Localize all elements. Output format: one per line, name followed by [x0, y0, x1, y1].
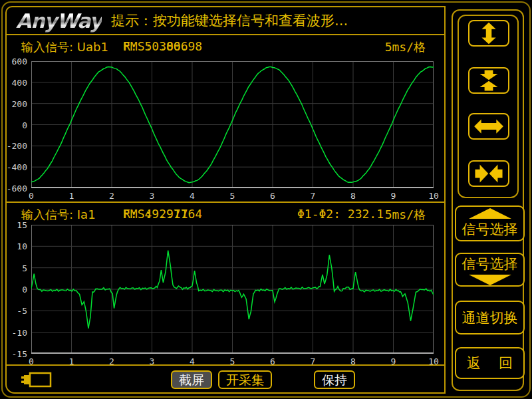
- voltage-plot: [31, 61, 434, 188]
- compress-vertical-icon: [473, 69, 505, 92]
- hint-text: 提示：按功能键选择信号和查看波形...: [111, 11, 348, 30]
- x-tick-label: 2: [103, 356, 120, 366]
- x-tick-label: 10: [425, 356, 442, 366]
- bottom-toolbar: 截屏 开采集 保持: [7, 366, 444, 392]
- battery-icon: [21, 371, 55, 388]
- voltage-chart-panel: 输入信号: Uab1 RMS: 386.98 F: 50.006 5ms/格 6…: [7, 35, 444, 203]
- y-tick-label: 15: [1, 220, 27, 230]
- y-tick-label: -5: [1, 306, 27, 316]
- signal-select-down-button[interactable]: 信号选择: [455, 253, 525, 287]
- x-tick-label: 5: [224, 191, 241, 201]
- current-chart-panel: 输入信号: Ia1 RMS: 2.1164 F: 49.977 Φ1-Φ2: 2…: [7, 203, 444, 366]
- content-frame: AnyWay 提示：按功能键选择信号和查看波形... 输入信号: Uab1 RM…: [5, 6, 446, 394]
- expand-horizontal-icon: [473, 115, 505, 138]
- voltage-freq: F: 50.006: [123, 39, 188, 53]
- triangle-up-icon: [469, 208, 511, 219]
- voltage-timebase: 5ms/格: [385, 39, 426, 55]
- x-tick-label: 9: [385, 356, 402, 366]
- x-tick-label: 1: [63, 356, 80, 366]
- x-tick-label: 5: [224, 356, 241, 366]
- voltage-signal-label: 输入信号: Uab1: [21, 39, 108, 55]
- triangle-down-icon: [469, 275, 511, 285]
- x-tick-label: 0: [23, 356, 40, 366]
- compress-horizontal-icon: [473, 162, 505, 185]
- voltage-info-row: 输入信号: Uab1 RMS: 386.98 F: 50.006 5ms/格: [7, 39, 444, 57]
- compress-horizontal-button[interactable]: [468, 160, 509, 187]
- current-info-row: 输入信号: Ia1 RMS: 2.1164 F: 49.977 Φ1-Φ2: 2…: [7, 207, 444, 224]
- y-tick-label: 5: [1, 263, 27, 273]
- channel-switch-button[interactable]: 通道切换: [455, 301, 525, 334]
- x-tick-label: 6: [264, 191, 281, 201]
- compress-vertical-button[interactable]: [468, 67, 509, 94]
- y-tick-label: -200: [1, 141, 27, 151]
- power-analyzer-screen: AnyWay 提示：按功能键选择信号和查看波形... 输入信号: Uab1 RM…: [0, 0, 532, 399]
- back-label-left: 返: [467, 354, 481, 372]
- current-freq: F: 49.977: [123, 207, 188, 221]
- signal-select-up-button[interactable]: 信号选择: [455, 205, 525, 241]
- header: AnyWay 提示：按功能键选择信号和查看波形...: [7, 7, 444, 35]
- x-tick-label: 2: [103, 191, 120, 201]
- phase-difference: Φ1-Φ2: 232.1: [297, 207, 384, 221]
- x-tick-label: 10: [425, 191, 442, 201]
- hold-button[interactable]: 保持: [314, 370, 355, 389]
- x-tick-label: 3: [144, 191, 161, 201]
- current-signal-label: 输入信号: Ia1: [21, 207, 96, 223]
- channel-switch-label: 通道切换: [462, 309, 518, 327]
- x-tick-label: 4: [184, 191, 201, 201]
- y-tick-label: -10: [1, 328, 27, 338]
- expand-horizontal-button[interactable]: [468, 113, 509, 140]
- brand-logo: AnyWay: [16, 9, 102, 33]
- x-tick-label: 8: [344, 356, 362, 366]
- x-tick-label: 8: [344, 191, 362, 201]
- back-button[interactable]: 返 回: [455, 347, 525, 379]
- current-plot: [31, 225, 434, 354]
- screenshot-button[interactable]: 截屏: [171, 370, 212, 389]
- x-tick-label: 7: [305, 191, 322, 201]
- y-tick-label: 0: [1, 285, 27, 295]
- x-tick-label: 7: [305, 356, 322, 366]
- y-tick-label: 10: [1, 241, 27, 251]
- expand-vertical-button[interactable]: [468, 20, 509, 47]
- start-acquisition-button[interactable]: 开采集: [218, 370, 272, 389]
- y-tick-label: -400: [1, 162, 27, 172]
- x-tick-label: 0: [23, 191, 40, 201]
- x-tick-label: 9: [385, 191, 402, 201]
- back-label-right: 回: [499, 354, 513, 372]
- x-tick-label: 6: [264, 356, 281, 366]
- current-timebase: 5ms/格: [385, 207, 426, 223]
- signal-select-up-label: 信号选择: [462, 220, 518, 239]
- y-tick-label: 200: [1, 99, 27, 109]
- y-tick-label: 400: [1, 78, 27, 88]
- y-tick-label: 600: [1, 57, 27, 66]
- x-tick-label: 3: [144, 356, 161, 366]
- x-tick-label: 1: [63, 191, 80, 201]
- expand-vertical-icon: [473, 22, 505, 45]
- signal-select-down-label: 信号选择: [462, 255, 518, 273]
- y-tick-label: 0: [1, 120, 27, 130]
- x-tick-label: 4: [184, 356, 201, 366]
